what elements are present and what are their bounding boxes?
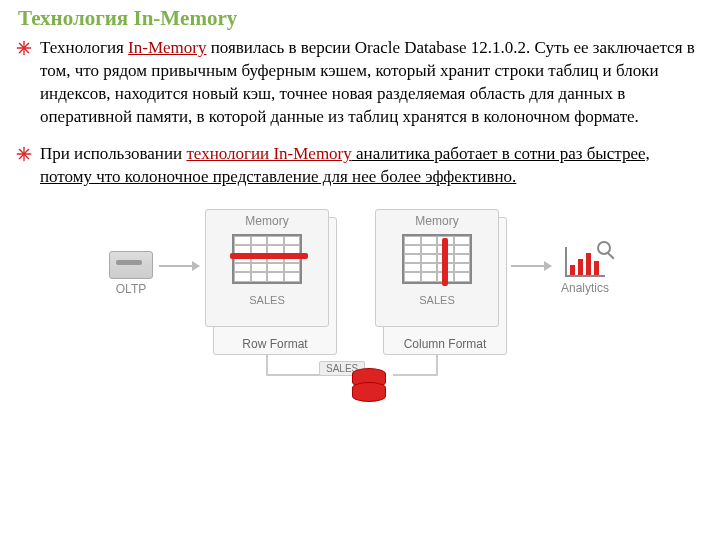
row-format-card: Memory SALES (205, 209, 329, 327)
oltp-label: OLTP (101, 282, 161, 296)
column-highlight (442, 238, 448, 286)
analytics-label: Analytics (555, 281, 615, 295)
database-icon (352, 368, 390, 400)
bullet-list: Технология In-Memory появилась в версии … (14, 37, 700, 189)
bullet-text: При использовании технологии In-Memory а… (40, 144, 650, 186)
inmemory-link: In-Memory (128, 38, 206, 57)
magnifier-icon (597, 241, 611, 255)
row-format-label: Row Format (214, 337, 336, 351)
sales-label: SALES (206, 294, 328, 306)
inmemory-link: технологии In-Memory (186, 144, 351, 163)
arrow-icon (511, 265, 551, 267)
slide-title: Технология In-Memory (18, 6, 700, 31)
oltp-icon: OLTP (101, 251, 161, 296)
memory-label: Memory (376, 214, 498, 228)
arrow-icon (159, 265, 199, 267)
column-table-icon (402, 234, 472, 284)
bullet-item: Технология In-Memory появилась в версии … (14, 37, 700, 129)
row-table-icon (232, 234, 302, 284)
analytics-icon: Analytics (555, 247, 615, 295)
bullet-item: При использовании технологии In-Memory а… (14, 143, 700, 189)
memory-label: Memory (206, 214, 328, 228)
sales-label: SALES (376, 294, 498, 306)
star-icon (16, 40, 32, 56)
star-icon (16, 146, 32, 162)
row-highlight (230, 253, 308, 259)
column-format-card: Memory SALES (375, 209, 499, 327)
column-format-label: Column Format (384, 337, 506, 351)
bullet-text: Технология In-Memory появилась в версии … (40, 38, 695, 126)
architecture-diagram: OLTP Row Format Memory SALES Column Form… (97, 203, 617, 408)
